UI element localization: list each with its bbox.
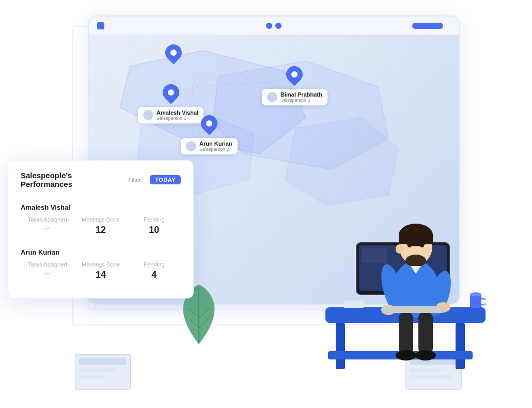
filter-badge[interactable]: TODAY <box>150 175 181 184</box>
scene: Amalesh Vishal Salesperson 1 Bimal Prabh… <box>0 0 532 408</box>
pin-inner-2 <box>291 71 298 77</box>
pin-label-text-2: Bimal Prabhath Salesperson 3 <box>280 91 322 103</box>
svg-rect-19 <box>399 235 433 244</box>
stat-value-1-0: — <box>44 225 50 231</box>
svg-point-32 <box>415 350 436 360</box>
svg-rect-29 <box>399 312 413 354</box>
pin-role-2: Salesperson 3 <box>280 98 322 103</box>
svg-rect-43 <box>79 358 127 365</box>
stat-cell-1-1: Meetings Done 12 <box>74 216 127 236</box>
titlebar-dot-center-1 <box>266 23 272 29</box>
pin-inner-3 <box>206 120 212 127</box>
location-pin-2: Bimal Prabhath Salesperson 3 <box>262 66 327 105</box>
pin-name-2: Bimal Prabhath <box>280 91 322 98</box>
filter-label: Filter: <box>129 177 143 183</box>
svg-point-23 <box>420 243 424 247</box>
person-svg <box>315 155 486 377</box>
pin-circle-4 <box>162 41 185 64</box>
pin-circle-1 <box>159 81 182 104</box>
stats-row-2: Tasks Assigned — Meetings Done 14 Pendin… <box>21 261 181 280</box>
stat-label-1-2: Pending <box>144 216 164 223</box>
person-illustration <box>315 155 486 377</box>
card-header: Salespeople's Performances Filter: TODAY <box>21 171 181 189</box>
titlebar-center-dots <box>266 23 281 29</box>
svg-point-22 <box>408 243 412 247</box>
svg-point-34 <box>470 292 481 296</box>
pin-avatar-2 <box>267 92 277 102</box>
pin-label-text-3: Arun Kurian Salesperson 2 <box>199 140 232 152</box>
pin-icon-2 <box>286 66 303 87</box>
stat-label-2-0: Tasks Assigned <box>28 261 67 268</box>
pin-label-3: Arun Kurian Salesperson 2 <box>181 138 238 154</box>
titlebar-dot-center-2 <box>275 23 281 29</box>
location-pin-3: Arun Kurian Salesperson 2 <box>181 115 238 154</box>
stat-label-2-1: Meetings Done <box>82 261 120 268</box>
stats-row-1: Tasks Assigned — Meetings Done 12 Pendin… <box>21 216 181 236</box>
person-name-1: Amalesh Vishal <box>21 203 181 211</box>
svg-point-20 <box>405 255 426 267</box>
stat-cell-1-2: Pending 10 <box>128 216 181 236</box>
titlebar-pill <box>412 23 443 29</box>
pin-icon-1 <box>163 84 179 105</box>
stat-label-1-0: Tasks Assigned <box>28 216 67 223</box>
stat-cell-2-1: Meetings Done 14 <box>74 261 127 280</box>
pin-role-3: Salesperson 2 <box>199 147 232 152</box>
svg-rect-35 <box>382 306 444 313</box>
performance-card: Salespeople's Performances Filter: TODAY… <box>8 160 194 299</box>
monitor-titlebar <box>89 17 459 35</box>
stat-cell-2-2: Pending 4 <box>128 261 181 280</box>
deco-bottom-left <box>75 354 132 393</box>
divider-top <box>21 198 181 198</box>
stat-value-2-0: — <box>44 270 50 276</box>
svg-point-21 <box>396 244 403 254</box>
svg-rect-45 <box>79 375 105 379</box>
stat-label-2-2: Pending <box>144 261 164 268</box>
pin-icon-3 <box>201 115 217 136</box>
location-pin-4 <box>165 44 182 65</box>
deco-left-svg <box>75 354 132 390</box>
stat-value-2-2: 4 <box>151 270 157 280</box>
stat-cell-1-0: Tasks Assigned — <box>21 216 74 236</box>
person-name-2: Arun Kurian <box>21 248 181 256</box>
svg-rect-44 <box>79 368 115 372</box>
stat-value-1-1: 12 <box>96 225 106 236</box>
svg-rect-30 <box>418 312 433 354</box>
svg-rect-8 <box>336 323 345 369</box>
svg-rect-15 <box>362 248 387 263</box>
pin-inner-4 <box>170 50 177 56</box>
pin-circle-3 <box>197 112 221 135</box>
card-title: Salespeople's Performances <box>21 171 121 189</box>
pin-avatar-1 <box>143 110 153 120</box>
titlebar-dot-1 <box>97 22 104 29</box>
pin-icon-4 <box>165 44 182 65</box>
divider-mid <box>21 243 181 243</box>
stat-cell-2-0: Tasks Assigned — <box>21 261 74 280</box>
pin-circle-2 <box>283 62 306 86</box>
stat-value-2-1: 14 <box>96 270 106 280</box>
stat-label-1-1: Meetings Done <box>82 216 120 223</box>
svg-point-31 <box>396 350 416 360</box>
pin-inner-1 <box>168 89 174 96</box>
svg-rect-36 <box>343 301 364 308</box>
person-section-1: Amalesh Vishal Tasks Assigned — Meetings… <box>21 203 181 236</box>
svg-rect-9 <box>456 323 465 369</box>
pin-avatar-3 <box>186 141 196 151</box>
pin-name-3: Arun Kurian <box>199 140 232 147</box>
pin-label-2: Bimal Prabhath Salesperson 3 <box>262 89 327 105</box>
person-section-2: Arun Kurian Tasks Assigned — Meetings Do… <box>21 248 181 280</box>
stat-value-1-2: 10 <box>149 225 159 236</box>
